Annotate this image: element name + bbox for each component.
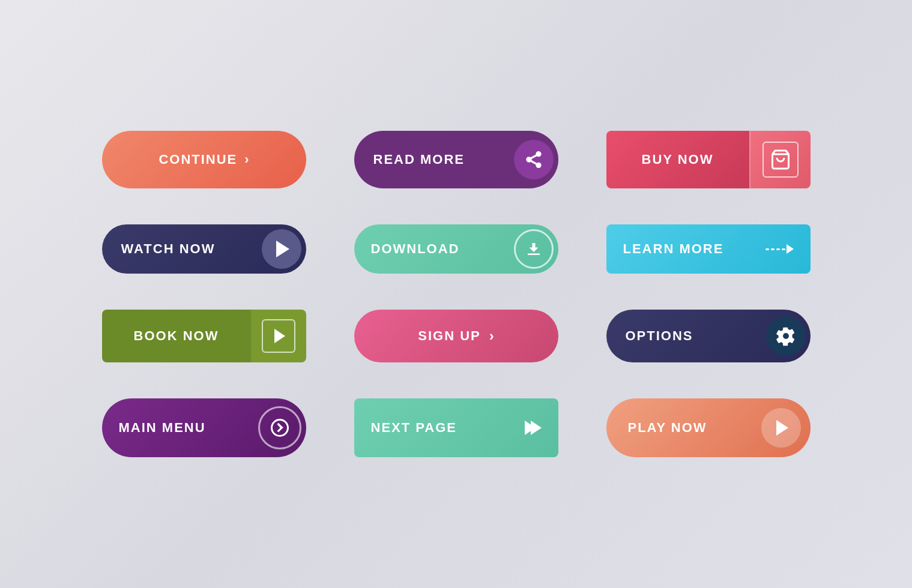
buy-now-label: BUY NOW bbox=[642, 152, 714, 167]
play-now-icon-circle bbox=[761, 408, 801, 448]
download-button[interactable]: DOWNLOAD bbox=[354, 224, 558, 274]
buy-now-icon-part bbox=[749, 131, 811, 188]
next-page-button[interactable]: NEXT PAGE bbox=[354, 398, 558, 457]
book-now-icon-part bbox=[251, 310, 306, 362]
play-icon bbox=[276, 241, 289, 257]
download-icon-circle bbox=[514, 229, 554, 269]
play-now-label: PLAY NOW bbox=[628, 420, 753, 436]
learn-more-label: LEARN MORE bbox=[623, 241, 724, 257]
gear-icon bbox=[776, 326, 796, 346]
home-arrow-icon bbox=[269, 417, 291, 439]
basket-icon bbox=[770, 149, 791, 170]
learn-more-button[interactable]: LEARN MORE bbox=[606, 224, 811, 274]
play-now-play-icon bbox=[776, 420, 788, 436]
button-grid: CONTINUE › READ MORE BUY NOW bbox=[66, 95, 847, 493]
dashed-arrow-icon bbox=[766, 244, 794, 254]
continue-button[interactable]: CONTINUE › bbox=[102, 131, 306, 188]
book-now-button[interactable]: BOOK NOW bbox=[102, 310, 306, 362]
watch-now-label: WATCH NOW bbox=[121, 241, 262, 257]
buy-now-button[interactable]: BUY NOW bbox=[606, 131, 811, 188]
play-now-button[interactable]: PLAY NOW bbox=[606, 398, 811, 457]
options-button[interactable]: OPTIONS bbox=[606, 310, 811, 362]
download-icon bbox=[525, 240, 543, 258]
read-more-icon-circle bbox=[514, 140, 554, 179]
read-more-label: READ MORE bbox=[373, 152, 514, 167]
main-menu-label: MAIN MENU bbox=[119, 420, 258, 436]
book-now-label: BOOK NOW bbox=[134, 328, 219, 344]
watch-now-icon-circle bbox=[262, 229, 301, 269]
continue-label: CONTINUE bbox=[159, 152, 237, 167]
main-menu-icon-circle bbox=[258, 406, 301, 449]
arrow-square bbox=[262, 319, 295, 353]
buy-now-main: BUY NOW bbox=[606, 131, 749, 188]
sign-up-arrow-icon: › bbox=[489, 328, 494, 344]
sign-up-label: SIGN UP bbox=[418, 328, 480, 344]
sign-up-button[interactable]: SIGN UP › bbox=[354, 310, 558, 362]
double-arrow-icon bbox=[525, 421, 542, 435]
options-icon-circle bbox=[766, 316, 806, 356]
download-label: DOWNLOAD bbox=[371, 241, 514, 257]
watch-now-button[interactable]: WATCH NOW bbox=[102, 224, 306, 274]
read-more-button[interactable]: READ MORE bbox=[354, 131, 558, 188]
continue-arrow-icon: › bbox=[244, 152, 249, 167]
options-label: OPTIONS bbox=[626, 328, 766, 344]
book-now-main: BOOK NOW bbox=[102, 310, 251, 362]
main-menu-button[interactable]: MAIN MENU bbox=[102, 398, 306, 457]
basket-border bbox=[763, 142, 799, 178]
share-icon bbox=[524, 150, 543, 169]
next-page-label: NEXT PAGE bbox=[371, 420, 458, 436]
